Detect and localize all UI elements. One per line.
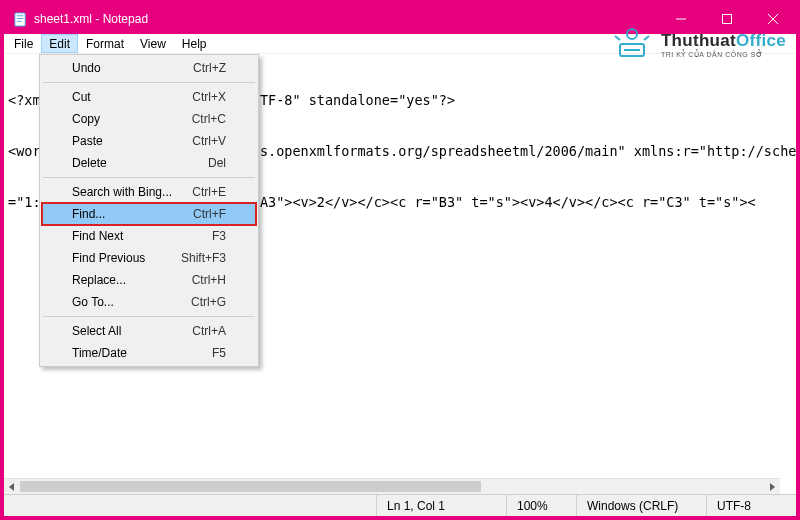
menu-item-accel: Ctrl+H [192,273,226,287]
watermark-brand-prefix: Thuthuat [661,31,736,50]
menu-help[interactable]: Help [174,34,215,53]
menu-file[interactable]: File [6,34,41,53]
svg-rect-0 [14,12,24,25]
menu-item-label: Cut [72,90,192,104]
status-encoding: UTF-8 [706,495,796,516]
scroll-left-icon[interactable] [4,479,20,495]
menu-item-accel: Ctrl+F [193,207,226,221]
menu-item-accel: Ctrl+G [191,295,226,309]
scrollbar-track[interactable] [20,479,764,494]
menu-item-accel: Ctrl+E [192,185,226,199]
status-eol: Windows (CRLF) [576,495,706,516]
menu-item-accel: Shift+F3 [181,251,226,265]
svg-point-10 [627,29,637,39]
menu-item-label: Find Next [72,229,212,243]
menu-item-label: Delete [72,156,208,170]
menu-undo[interactable]: Undo Ctrl+Z [42,57,256,79]
menu-replace[interactable]: Replace... Ctrl+H [42,269,256,291]
menu-item-accel: Ctrl+C [192,112,226,126]
menu-find-next[interactable]: Find Next F3 [42,225,256,247]
menu-item-accel: F3 [212,229,226,243]
window-frame: sheet1.xml - Notepad File Edit Format Vi… [0,0,800,520]
menu-item-label: Undo [72,61,193,75]
menu-select-all[interactable]: Select All Ctrl+A [42,320,256,342]
svg-line-14 [644,36,649,40]
menu-timedate[interactable]: Time/Date F5 [42,342,256,364]
menu-item-label: Go To... [72,295,191,309]
menu-item-accel: Ctrl+X [192,90,226,104]
menu-copy[interactable]: Copy Ctrl+C [42,108,256,130]
svg-rect-5 [723,15,732,24]
menu-separator [43,177,255,178]
watermark-brand: ThuthuatOffice [661,32,786,49]
svg-marker-8 [9,483,14,491]
svg-line-13 [615,36,620,40]
menu-item-accel: Del [208,156,226,170]
menu-item-accel: Ctrl+V [192,134,226,148]
horizontal-scrollbar[interactable] [4,478,780,494]
menu-cut[interactable]: Cut Ctrl+X [42,86,256,108]
menu-view[interactable]: View [132,34,174,53]
menu-item-label: Find... [72,207,193,221]
watermark-icon [611,26,653,63]
notepad-icon [12,11,28,27]
edit-dropdown: Undo Ctrl+Z Cut Ctrl+X Copy Ctrl+C Paste… [39,54,259,367]
scroll-right-icon[interactable] [764,479,780,495]
menu-search-bing[interactable]: Search with Bing... Ctrl+E [42,181,256,203]
menu-item-label: Copy [72,112,192,126]
watermark-tagline: TRI KỶ CỦA DÂN CÔNG SỞ [661,51,786,58]
menu-item-label: Select All [72,324,192,338]
menu-item-label: Paste [72,134,192,148]
menu-item-label: Replace... [72,273,192,287]
menu-format[interactable]: Format [78,34,132,53]
window-title: sheet1.xml - Notepad [34,12,148,26]
menu-separator [43,316,255,317]
menu-item-label: Search with Bing... [72,185,192,199]
watermark-brand-suffix: Office [736,31,786,50]
watermark: ThuthuatOffice TRI KỶ CỦA DÂN CÔNG SỞ [611,26,786,63]
svg-marker-9 [770,483,775,491]
menu-goto[interactable]: Go To... Ctrl+G [42,291,256,313]
menu-item-label: Time/Date [72,346,212,360]
scrollbar-thumb[interactable] [20,481,481,492]
status-spacer [4,495,376,516]
menu-item-label: Find Previous [72,251,181,265]
status-zoom: 100% [506,495,576,516]
menu-separator [43,82,255,83]
status-position: Ln 1, Col 1 [376,495,506,516]
menu-find-previous[interactable]: Find Previous Shift+F3 [42,247,256,269]
menu-edit[interactable]: Edit [41,34,78,53]
menu-item-accel: F5 [212,346,226,360]
menu-delete[interactable]: Delete Del [42,152,256,174]
menu-item-accel: Ctrl+Z [193,61,226,75]
menu-item-accel: Ctrl+A [192,324,226,338]
menu-find[interactable]: Find... Ctrl+F [42,203,256,225]
menu-paste[interactable]: Paste Ctrl+V [42,130,256,152]
status-bar: Ln 1, Col 1 100% Windows (CRLF) UTF-8 [4,494,796,516]
